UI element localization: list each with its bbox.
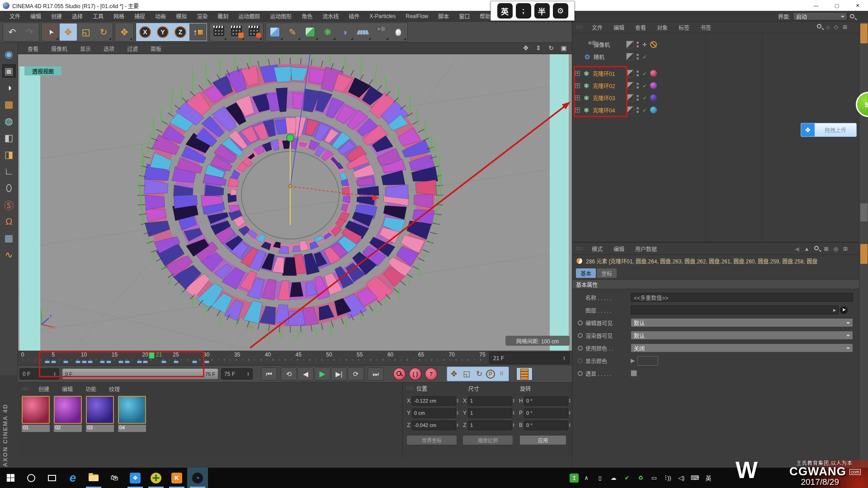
mode-icon[interactable]: ◑ — [1, 80, 17, 95]
toggle-view-icon[interactable]: ▣ — [559, 43, 568, 52]
minimize-button[interactable]: — — [806, 0, 826, 11]
size-input[interactable]: 1 — [468, 396, 512, 406]
om-menu-item[interactable]: 文件 — [587, 23, 608, 31]
material-item[interactable]: 02 — [54, 396, 82, 432]
material-menu-item[interactable]: 创建 — [33, 385, 55, 393]
section-basic-properties[interactable]: 基本属性 — [572, 279, 859, 289]
menu-item[interactable]: 工具 — [88, 12, 108, 20]
attr-target-icon[interactable]: ◎ — [833, 246, 838, 252]
om-filter-icon[interactable]: ◇ — [834, 24, 838, 30]
material-menu-item[interactable]: 纹理 — [103, 385, 126, 393]
camera-crosshair-icon[interactable]: ✛ — [642, 42, 647, 48]
current-frame-field[interactable]: 21 F▲▼ — [489, 352, 570, 364]
rotation-input[interactable]: 0 ° — [524, 421, 568, 430]
menu-item[interactable]: 运动图形 — [265, 12, 297, 20]
anim-dot-icon[interactable] — [578, 333, 583, 338]
material-tag-icon[interactable] — [650, 70, 657, 77]
store-icon[interactable]: 🛍︎ — [104, 468, 125, 488]
material-thumbnail[interactable] — [118, 396, 146, 424]
usb-safely-remove-icon[interactable]: ↥ — [570, 474, 579, 483]
editor-visible-dropdown[interactable]: 默认 — [631, 318, 853, 327]
deformer-icon[interactable]: ◗ — [337, 23, 354, 41]
viewport-menu-item[interactable]: 显示 — [74, 45, 97, 52]
size-input[interactable]: 1 — [468, 408, 512, 418]
size-input[interactable]: 1 — [468, 421, 512, 430]
material-tag-icon[interactable] — [650, 82, 657, 89]
material-item[interactable]: 03 — [86, 396, 114, 432]
redo-icon[interactable]: ↷ — [21, 23, 38, 41]
use-color-dropdown[interactable]: 关闭 — [631, 343, 853, 352]
position-input[interactable]: -0.122 cm — [412, 396, 456, 406]
material-label[interactable]: 04 — [118, 425, 146, 432]
rotation-input[interactable]: 0 ° — [524, 408, 568, 418]
zoom-view-icon[interactable]: ⇕ — [534, 43, 543, 52]
attr-menu-item[interactable]: 模式 — [587, 245, 608, 253]
ime-key[interactable]: ⚙ — [553, 3, 568, 19]
layer-browse-icon[interactable]: ▸ — [833, 307, 836, 313]
menu-item[interactable]: 窗口 — [454, 12, 475, 20]
yellow-app-icon[interactable]: ✚ — [146, 468, 166, 488]
tray-expand-icon[interactable]: ∧ — [580, 474, 592, 481]
visibility-dots[interactable] — [637, 54, 639, 60]
key-position-icon[interactable]: ✥ — [448, 368, 460, 380]
drag-handle-icon[interactable]: ∷∷ — [576, 246, 583, 252]
visibility-dots[interactable] — [637, 107, 639, 113]
display-color-swatch[interactable] — [637, 356, 658, 366]
protection-tag-icon[interactable] — [650, 41, 657, 48]
apply-button[interactable]: 应用 — [519, 435, 566, 445]
attr-lock-icon[interactable]: ⊠ — [824, 246, 828, 252]
ime-key[interactable]: 半 — [534, 3, 550, 19]
position-input[interactable]: 0 cm — [412, 408, 456, 418]
dock-tab-icon[interactable] — [860, 203, 868, 221]
viewport-canvas[interactable]: xyz — [18, 54, 572, 351]
search-icon[interactable] — [850, 14, 854, 19]
task-view-icon[interactable] — [42, 468, 62, 488]
x-axis-lock-icon[interactable]: X — [137, 23, 154, 41]
mode-icon[interactable]: ▦ — [1, 97, 17, 112]
mode-icon[interactable]: ◨ — [1, 147, 17, 162]
mode-icon[interactable]: ◧ — [1, 130, 17, 145]
visibility-dots[interactable] — [637, 95, 639, 101]
menu-item[interactable]: 流水线 — [317, 12, 344, 20]
menu-item[interactable]: 角色 — [297, 12, 317, 20]
spline-pen-icon[interactable]: ✎ — [284, 23, 301, 41]
attr-back-icon[interactable]: ◀ — [795, 246, 799, 252]
attr-menu-item[interactable]: 用户数据 — [630, 245, 662, 253]
material-item[interactable]: 04 — [118, 396, 146, 432]
layer-input[interactable] — [631, 305, 839, 314]
key-scale-icon[interactable]: ◱ — [461, 368, 472, 380]
drag-handle-icon[interactable]: ∷∷ — [22, 386, 29, 392]
coord-mode-dropdown[interactable]: 缩放比例 — [462, 435, 513, 445]
om-menu-item[interactable]: 标签 — [674, 23, 694, 31]
cortana-icon[interactable] — [21, 468, 42, 488]
drag-handle-icon[interactable]: ∷∷ — [576, 24, 583, 30]
game-app-icon[interactable]: K — [166, 468, 187, 488]
play-reverse-icon[interactable]: ⟲ — [281, 367, 297, 380]
material-label[interactable]: 01 — [22, 425, 50, 432]
editor-visibility-toggle[interactable] — [626, 53, 634, 61]
frame-spinner[interactable]: ▲▼ — [563, 356, 566, 361]
solo-animation-icon[interactable] — [516, 367, 533, 380]
live-selection-icon[interactable]: ➤ — [42, 23, 59, 41]
menu-item[interactable]: 网格 — [108, 12, 129, 20]
om-menu-item[interactable]: 查看 — [630, 23, 651, 31]
material-menu-item[interactable]: 编辑 — [56, 385, 79, 393]
menu-item[interactable]: 编辑 — [25, 12, 46, 20]
menu-item[interactable]: X-Particles — [364, 13, 401, 19]
menu-item[interactable]: 模拟 — [171, 12, 192, 20]
menu-item[interactable]: RealFlow — [401, 13, 433, 19]
record-params-icon[interactable]: ( ) — [409, 367, 422, 380]
object-tree[interactable]: 摄像机 ✛ ❂ 随机 ✓ + ❃ 克隆环01 ✓ + ❃ 克隆环02 — [572, 34, 859, 243]
render-picture-viewer-icon[interactable] — [228, 23, 245, 41]
attr-up-icon[interactable]: ▲ — [804, 246, 810, 252]
viewport-menu-item[interactable]: 摄像机 — [45, 45, 73, 52]
menu-item[interactable]: 动画 — [150, 12, 171, 20]
undo-icon[interactable]: ↶ — [4, 23, 21, 41]
enabled-check-icon[interactable]: ✓ — [642, 95, 647, 101]
coord-space-dropdown[interactable]: 世界坐标 — [406, 435, 457, 445]
cloud-icon[interactable]: ☁ — [608, 474, 619, 481]
rotate-tool-icon[interactable]: ↻ — [95, 23, 112, 41]
ime-key[interactable]: 英 — [497, 3, 513, 19]
cinema4d-taskbar-icon[interactable]: ◔ — [187, 468, 208, 488]
position-input[interactable]: -0.042 cm — [412, 421, 456, 430]
